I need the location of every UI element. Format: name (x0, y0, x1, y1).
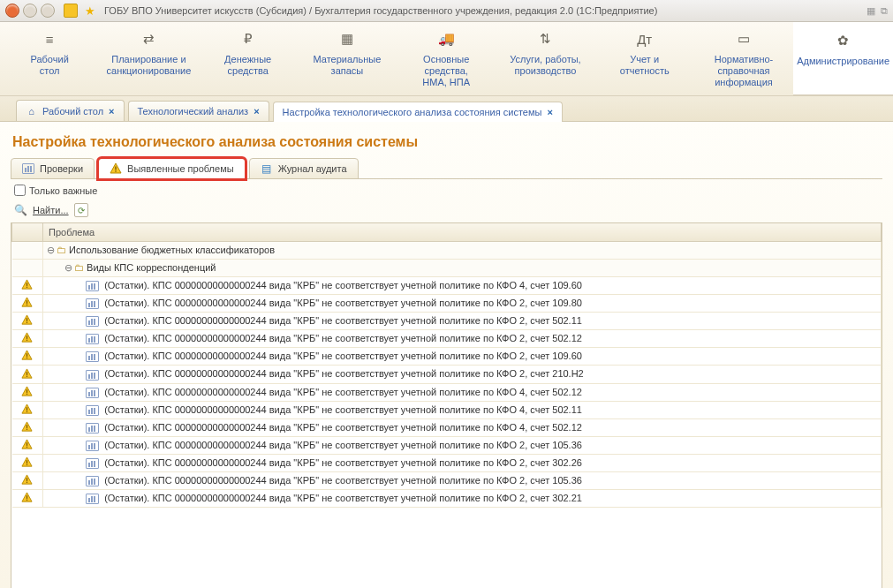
chart-icon (86, 494, 99, 504)
tab-checks[interactable]: Проверки (11, 158, 95, 179)
table-row[interactable]: (Остатки). КПС 00000000000000244 вида "К… (12, 490, 882, 508)
table-row[interactable]: (Остатки). КПС 00000000000000244 вида "К… (12, 313, 882, 330)
chart-icon (86, 441, 99, 451)
window-minimize-button[interactable] (23, 4, 37, 18)
table-row[interactable]: (Остатки). КПС 00000000000000244 вида "К… (12, 295, 882, 313)
row-warning-icon (12, 366, 43, 383)
svg-rect-38 (26, 482, 27, 483)
nav-label: Учет иотчетность (599, 54, 691, 77)
row-text: (Остатки). КПС 00000000000000244 вида "К… (104, 422, 582, 433)
table-row[interactable]: (Остатки). КПС 00000000000000244 вида "К… (12, 348, 882, 366)
toolbar: Только важные (11, 179, 882, 201)
tab-problems[interactable]: Выявленные проблемы (98, 158, 246, 179)
toolbar-icon-2[interactable]: ⧉ (881, 5, 888, 17)
table-row[interactable]: (Остатки). КПС 00000000000000244 вида "К… (12, 454, 882, 471)
row-text: (Остатки). КПС 00000000000000244 вида "К… (104, 351, 582, 361)
row-text: (Остатки). КПС 00000000000000244 вида "К… (104, 368, 584, 379)
nav-item-4[interactable]: 🚚Основные средства,НМА, НПА (397, 22, 496, 95)
only-important-checkbox[interactable]: Только важные (14, 185, 97, 196)
nav-icon: 🚚 (400, 31, 492, 47)
svg-rect-10 (26, 318, 27, 321)
row-text: (Остатки). КПС 00000000000000244 вида "К… (104, 298, 582, 308)
nav-icon: ⇅ (499, 31, 591, 47)
chart-icon (86, 423, 99, 433)
main-nav: ≡Рабочийстол⇄Планирование исанкционирова… (0, 22, 893, 96)
checkbox-label: Только важные (29, 185, 97, 196)
collapse-icon[interactable]: ⊖ (64, 262, 72, 274)
chart-icon (86, 476, 99, 486)
chart-icon (86, 334, 99, 344)
doctab-settings-analysis[interactable]: Настройка технологического анализа состо… (273, 102, 563, 122)
nav-icon: ⇄ (102, 31, 194, 47)
nav-item-6[interactable]: ДтУчет иотчетность (595, 22, 694, 95)
chart-icon (86, 458, 99, 469)
favorite-icon[interactable]: ★ (85, 4, 95, 18)
svg-rect-14 (26, 340, 27, 341)
close-icon[interactable]: × (254, 106, 259, 117)
nav-label: Администрирование (797, 56, 889, 67)
nav-item-2[interactable]: ₽Денежныесредства (199, 22, 298, 95)
doctab-label: Технологический анализ (138, 106, 249, 117)
row-warning-icon (12, 454, 43, 471)
doctab-tech-analysis[interactable]: Технологический анализ × (128, 101, 269, 121)
home-icon: ⌂ (26, 105, 37, 117)
nav-label: Основные средства,НМА, НПА (400, 54, 492, 88)
chart-icon (86, 405, 99, 416)
tab-audit-journal[interactable]: ▤ Журнал аудита (249, 158, 359, 179)
table-row[interactable]: (Остатки). КПС 00000000000000244 вида "К… (12, 366, 882, 383)
doctab-desktop[interactable]: ⌂ Рабочий стол × (16, 100, 125, 121)
group-row[interactable]: ⊖🗀 Виды КПС корреспонденций (12, 260, 882, 277)
collapse-icon[interactable]: ⊖ (47, 245, 55, 256)
nav-icon: ₽ (202, 31, 294, 47)
close-icon[interactable]: × (547, 107, 552, 117)
row-warning-icon (12, 313, 43, 330)
row-text: (Остатки). КПС 00000000000000244 вида "К… (104, 387, 582, 397)
window-close-button[interactable] (5, 4, 19, 18)
toolbar-icon-1[interactable]: ▦ (867, 5, 875, 17)
nav-item-5[interactable]: ⇅Услуги, работы,производство (496, 22, 594, 95)
nav-item-3[interactable]: ▦Материальныезапасы (298, 22, 397, 95)
table-row[interactable]: (Остатки). КПС 00000000000000244 вида "К… (12, 401, 882, 418)
nav-label: Нормативно-справочнаяинформация (698, 54, 790, 88)
chart-icon (86, 351, 99, 362)
svg-rect-7 (26, 300, 27, 304)
nav-item-1[interactable]: ⇄Планирование исанкционирование (99, 22, 198, 95)
nav-label: Рабочийстол (4, 54, 95, 77)
chart-icon (86, 316, 99, 327)
nav-icon: ✿ (797, 33, 889, 49)
table-row[interactable]: (Остатки). КПС 00000000000000244 вида "К… (12, 330, 882, 348)
tab-label: Выявленные проблемы (127, 163, 234, 174)
row-warning-icon (12, 436, 43, 454)
nav-icon: ▦ (301, 31, 393, 47)
nav-item-0[interactable]: ≡Рабочийстол (0, 22, 99, 95)
warning-icon (110, 162, 122, 175)
refresh-icon[interactable]: ⟳ (74, 203, 88, 217)
table-row[interactable]: (Остатки). КПС 00000000000000244 вида "К… (12, 383, 882, 401)
svg-rect-19 (26, 372, 27, 375)
checkbox-input[interactable] (14, 185, 26, 196)
table-row[interactable]: (Остатки). КПС 00000000000000244 вида "К… (12, 418, 882, 436)
table-row[interactable]: (Остатки). КПС 00000000000000244 вида "К… (12, 277, 882, 295)
row-warning-icon (12, 490, 43, 508)
svg-rect-25 (26, 407, 27, 411)
row-warning-icon (12, 418, 43, 436)
group-row[interactable]: ⊖🗀 Использование бюджетных классификатор… (12, 242, 882, 260)
svg-rect-29 (26, 428, 27, 429)
table-row[interactable]: (Остатки). КПС 00000000000000244 вида "К… (12, 436, 882, 454)
table-row[interactable]: (Остатки). КПС 00000000000000244 вида "К… (12, 472, 882, 490)
window-maximize-button[interactable] (41, 4, 55, 18)
row-text: (Остатки). КПС 00000000000000244 вида "К… (104, 404, 582, 415)
row-text: (Остатки). КПС 00000000000000244 вида "К… (104, 493, 582, 503)
chart-icon (86, 298, 99, 309)
col-icon[interactable] (12, 223, 43, 242)
group-label: Использование бюджетных классификаторов (69, 245, 275, 255)
nav-item-7[interactable]: ▭Нормативно-справочнаяинформация (694, 22, 793, 95)
row-warning-icon (12, 401, 43, 418)
svg-rect-8 (26, 305, 27, 305)
close-icon[interactable]: × (109, 106, 114, 117)
col-problem[interactable]: Проблема (43, 223, 882, 242)
find-link[interactable]: Найти... (33, 205, 69, 215)
search-icon[interactable]: 🔍 (14, 204, 27, 216)
nav-item-8[interactable]: ✿Администрирование (793, 22, 893, 95)
problems-table[interactable]: Проблема ⊖🗀 Использование бюджетных клас… (11, 222, 882, 588)
